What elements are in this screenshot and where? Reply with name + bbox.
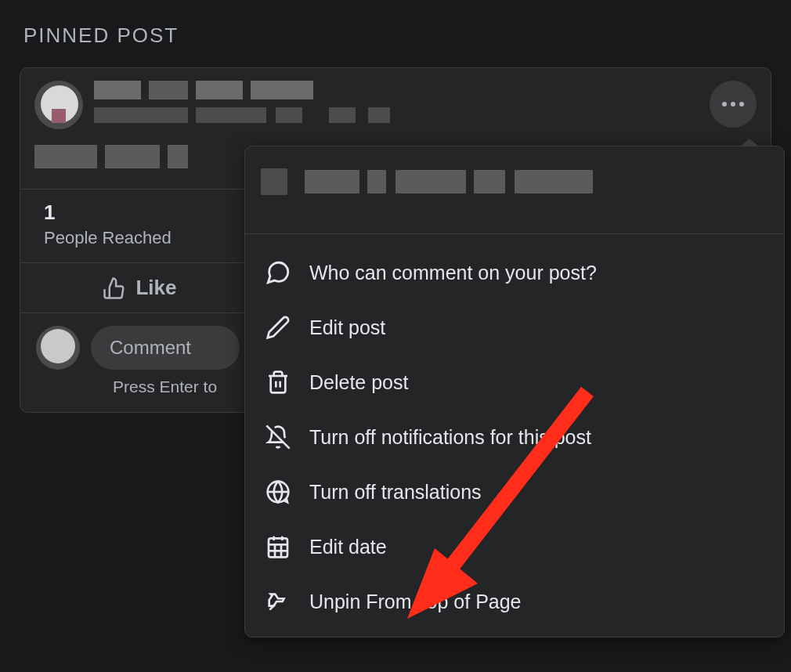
menu-item-label: Delete post <box>309 371 408 394</box>
menu-item-label: Unpin From Top of Page <box>309 591 522 613</box>
menu-item-edit-post[interactable]: Edit post <box>245 300 784 355</box>
content-blurred <box>34 142 191 173</box>
menu-item-delete-post[interactable]: Delete post <box>245 355 784 410</box>
menu-item-edit-date[interactable]: Edit date <box>245 519 784 574</box>
more-options-button[interactable] <box>710 81 757 128</box>
svg-line-2 <box>266 425 289 448</box>
svg-rect-5 <box>269 538 287 557</box>
menu-top-section <box>245 164 784 234</box>
menu-item-label: Edit post <box>309 316 385 339</box>
menu-item-label: Edit date <box>309 536 387 558</box>
calendar-icon <box>264 533 292 561</box>
like-button[interactable]: Like <box>20 269 259 306</box>
menu-item-who-can-comment[interactable]: Who can comment on your post? <box>245 245 784 300</box>
thumbs-up-icon <box>103 276 126 300</box>
author-avatar[interactable] <box>34 81 83 129</box>
post-header-text <box>94 81 702 126</box>
menu-item-label: Who can comment on your post? <box>309 262 597 284</box>
menu-item-unpin[interactable]: Unpin From Top of Page <box>245 574 784 629</box>
section-header: PINNED POST <box>0 0 791 60</box>
comment-input[interactable]: Comment <box>91 326 240 370</box>
menu-item-turn-off-notifications[interactable]: Turn off notifications for this post <box>245 410 784 464</box>
menu-item-label: Turn off notifications for this post <box>309 426 591 449</box>
like-label: Like <box>135 276 176 300</box>
author-name-blurred <box>94 81 702 101</box>
post-options-menu: Who can comment on your post? Edit post … <box>244 146 785 638</box>
dots-icon <box>722 102 727 107</box>
menu-item-turn-off-translations[interactable]: Turn off translations <box>245 464 784 519</box>
globe-icon <box>264 478 292 506</box>
post-meta-blurred <box>94 107 702 126</box>
menu-top-blurred <box>261 164 768 211</box>
user-avatar[interactable] <box>36 326 80 370</box>
pin-icon <box>264 587 292 616</box>
trash-icon <box>264 368 292 396</box>
menu-item-label: Turn off translations <box>309 481 482 504</box>
pencil-icon <box>264 313 292 341</box>
comment-bubble-icon <box>264 258 292 287</box>
post-header <box>20 68 771 135</box>
bell-off-icon <box>264 423 292 451</box>
